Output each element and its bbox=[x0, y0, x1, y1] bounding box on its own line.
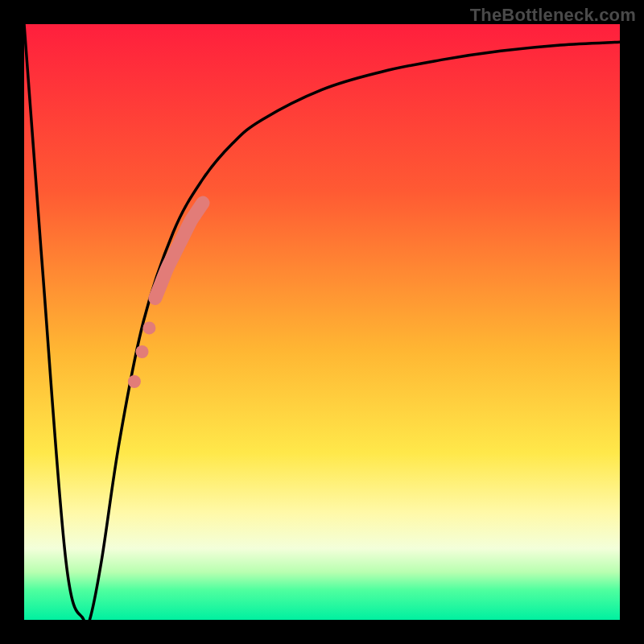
data-dot bbox=[136, 345, 149, 358]
chart-frame: TheBottleneck.com bbox=[0, 0, 644, 644]
watermark-text: TheBottleneck.com bbox=[470, 5, 636, 26]
plot-area bbox=[24, 24, 620, 620]
data-dot bbox=[128, 375, 141, 388]
data-dot bbox=[142, 321, 155, 334]
chart-svg bbox=[24, 24, 620, 620]
curve-path bbox=[24, 24, 620, 620]
